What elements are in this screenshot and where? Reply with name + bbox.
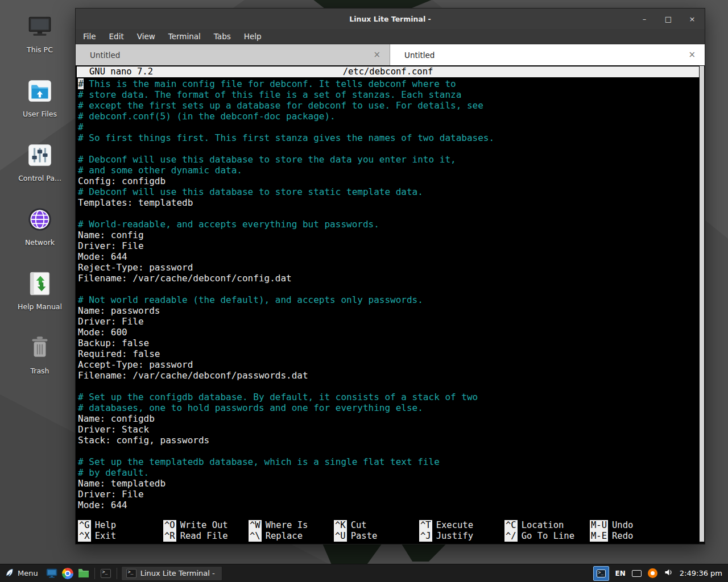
desktop-icon-label: Control Pa... xyxy=(18,174,61,182)
editor-line: # except the first sets up a database fo… xyxy=(78,100,705,111)
editor-line xyxy=(78,284,705,294)
nano-shortcut: ^GHelp xyxy=(78,520,163,531)
nano-shortcut: M-ERedo xyxy=(590,531,698,542)
taskbar: Menu >_ >_ Linux Lite Terminal - >_ EN 2… xyxy=(0,564,728,582)
updates-tray-icon[interactable] xyxy=(648,568,657,578)
clock[interactable]: 2:49:36 pm xyxy=(680,569,722,577)
editor-line xyxy=(78,381,705,392)
terminal-tray-icon[interactable]: >_ xyxy=(593,566,609,581)
editor-line: # Not world readable (the default), and … xyxy=(78,294,705,305)
desktop-icon-user-files[interactable]: User Files xyxy=(13,77,67,118)
terminal-launcher-icon[interactable]: >_ xyxy=(98,566,114,581)
folder-icon xyxy=(26,77,54,105)
editor-line: # Debconf will use this database to stor… xyxy=(78,186,705,197)
volume-icon[interactable] xyxy=(664,568,673,579)
chrome-launcher-icon[interactable] xyxy=(60,566,76,581)
editor-line: Filename: /var/cache/debconf/config.dat xyxy=(78,273,705,284)
nano-shortcut-bar: ^GHelp^OWrite Out^WWhere Is^KCut^TExecut… xyxy=(78,520,698,542)
tab-close-icon[interactable]: × xyxy=(373,51,380,59)
desktop-icon-network[interactable]: Network xyxy=(13,205,67,247)
desktop-icon-label: User Files xyxy=(23,110,57,118)
editor-line: Name: passwords xyxy=(78,305,705,316)
desktop-icon-label: Trash xyxy=(30,367,49,375)
menu-edit[interactable]: Edit xyxy=(109,32,124,41)
window-title: Linux Lite Terminal - xyxy=(349,15,431,23)
editor-line: Name: config xyxy=(78,230,705,240)
editor-line: # World-readable, and accepts everything… xyxy=(78,219,705,230)
tab-untitled-2[interactable]: Untitled × xyxy=(390,44,705,65)
tab-label: Untitled xyxy=(404,51,435,60)
tab-label: Untitled xyxy=(90,51,120,60)
menu-view[interactable]: View xyxy=(137,32,155,41)
nano-shortcut: M-UUndo xyxy=(590,520,698,531)
menu-button-label: Menu xyxy=(18,569,38,577)
editor-line: Config: configdb xyxy=(78,176,705,186)
editor-line: Driver: File xyxy=(78,240,705,251)
scrollbar-thumb[interactable] xyxy=(700,66,704,542)
menu-file[interactable]: File xyxy=(83,32,96,41)
computer-icon xyxy=(26,13,54,41)
menu-tabs[interactable]: Tabs xyxy=(214,32,231,41)
tab-untitled-1[interactable]: Untitled × xyxy=(76,44,390,65)
desktop-launcher-icon[interactable] xyxy=(44,566,60,581)
tab-close-icon[interactable]: × xyxy=(688,51,696,59)
nano-shortcut: ^TExecute xyxy=(419,520,504,531)
linux-lite-logo-icon xyxy=(5,568,14,579)
tab-bar: Untitled × Untitled × xyxy=(76,44,705,65)
editor-line xyxy=(78,446,705,456)
terminal-window: Linux Lite Terminal - – □ × File Edit Vi… xyxy=(75,8,705,544)
taskbar-separator xyxy=(94,568,95,579)
titlebar[interactable]: Linux Lite Terminal - – □ × xyxy=(76,9,705,29)
editor-line: Mode: 644 xyxy=(78,251,705,262)
editor-line: # Debconf will use this database to stor… xyxy=(78,154,705,165)
desktop-icon-label: Network xyxy=(25,238,55,247)
scrollbar[interactable] xyxy=(699,65,705,544)
taskbar-window-button-label: Linux Lite Terminal - xyxy=(140,569,215,577)
nano-version: GNU nano 7.2 xyxy=(89,66,153,77)
system-tray: >_ EN 2:49:36 pm xyxy=(593,566,728,581)
editor-line: Driver: File xyxy=(78,316,705,327)
editor-line: Reject-Type: password xyxy=(78,262,705,273)
desktop-icon-label: This PC xyxy=(27,45,53,54)
shortcut-row: ^GHelp^OWrite Out^WWhere Is^KCut^TExecut… xyxy=(78,520,698,531)
menu-button[interactable]: Menu xyxy=(0,564,44,582)
nano-shortcut: ^XExit xyxy=(78,531,163,542)
desktop-icon-this-pc[interactable]: This PC xyxy=(13,13,67,54)
editor-line: Driver: File xyxy=(78,489,705,500)
keyboard-language-indicator[interactable]: EN xyxy=(615,569,626,577)
editor-line: # databases, one to hold passwords and o… xyxy=(78,402,705,413)
editor-line: # xyxy=(78,122,705,132)
nano-shortcut: ^RRead File xyxy=(163,531,249,542)
editor-line: Backup: false xyxy=(78,338,705,348)
keyboard-icon[interactable] xyxy=(632,570,642,577)
editor-lines[interactable]: # This is the main config file for debco… xyxy=(76,77,705,510)
desktop-icon-help-manual[interactable]: Help Manual xyxy=(13,269,67,311)
nano-shortcut: ^JJustify xyxy=(419,531,504,542)
terminal-icon: >_ xyxy=(126,569,136,578)
linux-lite-wallpaper-feather xyxy=(312,544,451,564)
editor-line: # and some other dynamic data. xyxy=(78,165,705,176)
taskbar-window-button[interactable]: >_ Linux Lite Terminal - xyxy=(121,566,222,581)
close-icon[interactable]: × xyxy=(688,15,697,23)
control-panel-icon xyxy=(26,141,54,169)
taskbar-separator xyxy=(117,568,117,579)
maximize-icon[interactable]: □ xyxy=(664,15,673,23)
help-manual-icon xyxy=(26,269,54,298)
desktop-icon-control-panel[interactable]: Control Pa... xyxy=(13,141,67,182)
nano-shortcut: ^WWhere Is xyxy=(249,520,334,531)
desktop-icon-trash[interactable]: Trash xyxy=(13,334,67,375)
minimize-icon[interactable]: – xyxy=(640,15,649,23)
menu-help[interactable]: Help xyxy=(244,32,262,41)
terminal-screen[interactable]: GNU nano 7.2 /etc/debconf.conf # This is… xyxy=(76,65,705,544)
editor-line: # This is the main config file for debco… xyxy=(78,78,705,89)
menu-terminal[interactable]: Terminal xyxy=(168,32,201,41)
editor-line: # So first things first. This first stan… xyxy=(78,132,705,143)
editor-line: Templates: templatedb xyxy=(78,197,705,208)
nano-titlebar: GNU nano 7.2 /etc/debconf.conf xyxy=(77,66,699,77)
nano-shortcut: ^CLocation xyxy=(504,520,590,531)
editor-line: # Set up the configdb database. By defau… xyxy=(78,392,705,402)
file-manager-launcher-icon[interactable] xyxy=(76,566,92,581)
editor-line: # debconf.conf(5) (in the debconf-doc pa… xyxy=(78,111,705,122)
nano-shortcut: ^UPaste xyxy=(334,531,419,542)
linux-lite-wallpaper-feather xyxy=(392,544,455,562)
